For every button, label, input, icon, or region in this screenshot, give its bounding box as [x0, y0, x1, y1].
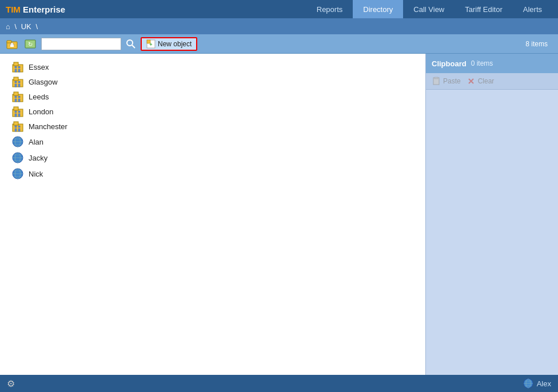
content-area: Essex Glasgow Leeds — [0, 54, 425, 375]
home-icon[interactable]: ⌂ — [6, 22, 10, 31]
svg-rect-34 — [18, 114, 20, 117]
folder-up-button[interactable] — [5, 37, 19, 51]
tab-reports[interactable]: Reports — [306, 0, 353, 18]
clear-icon — [467, 77, 476, 86]
tab-callview[interactable]: Call View — [403, 0, 455, 18]
svg-rect-36 — [14, 122, 18, 125]
nav-tabs: Reports Directory Call View Tariff Edito… — [306, 0, 552, 18]
clipboard-actions: Paste Clear — [426, 73, 558, 90]
clipboard-header: Clipboard 0 items — [426, 54, 558, 73]
tab-directory[interactable]: Directory — [353, 0, 403, 18]
svg-rect-20 — [18, 81, 20, 83]
item-count: 8 items — [525, 40, 553, 48]
svg-rect-1 — [7, 41, 11, 43]
list-item[interactable]: Manchester — [9, 119, 416, 134]
svg-rect-31 — [15, 111, 17, 113]
user-globe-icon — [523, 378, 533, 389]
logo-enterprise: Enterprise — [21, 5, 65, 14]
globe-icon — [11, 135, 24, 148]
svg-rect-12 — [14, 62, 18, 66]
svg-rect-27 — [15, 99, 17, 102]
svg-text:↻: ↻ — [28, 41, 33, 47]
building-icon — [11, 106, 24, 117]
svg-rect-16 — [18, 69, 20, 72]
svg-rect-3 — [10, 45, 14, 47]
building-icon — [11, 76, 24, 87]
new-object-icon: + — [146, 39, 156, 49]
svg-rect-19 — [15, 81, 17, 83]
svg-rect-40 — [18, 129, 20, 131]
toolbar: ↻ + New object 8 items — [0, 34, 558, 54]
app-logo: TIM Enterprise — [6, 5, 65, 14]
svg-rect-32 — [18, 111, 20, 113]
clear-button[interactable]: Clear — [467, 77, 495, 86]
svg-line-7 — [132, 45, 135, 48]
list-item[interactable]: Alan — [9, 134, 416, 150]
svg-rect-22 — [18, 84, 20, 87]
building-icon — [11, 121, 24, 132]
paste-icon — [432, 77, 441, 86]
paste-button[interactable]: Paste — [432, 77, 461, 86]
main-area: Essex Glasgow Leeds — [0, 54, 558, 375]
breadcrumb-uk[interactable]: UK — [21, 22, 31, 31]
svg-rect-25 — [15, 96, 17, 98]
list-item[interactable]: Nick — [9, 166, 416, 182]
user-name: Alex — [537, 379, 551, 388]
search-input[interactable] — [41, 38, 121, 50]
search-button[interactable] — [125, 38, 137, 50]
svg-rect-14 — [18, 66, 20, 68]
user-info: Alex — [523, 378, 551, 389]
svg-rect-30 — [14, 107, 18, 110]
refresh-button[interactable]: ↻ — [23, 37, 38, 51]
building-icon — [11, 91, 24, 102]
new-object-button[interactable]: + New object — [141, 37, 197, 51]
svg-rect-38 — [18, 126, 20, 127]
list-item[interactable]: Jacky — [9, 150, 416, 166]
tab-alerts[interactable]: Alerts — [513, 0, 552, 18]
svg-rect-28 — [18, 99, 20, 102]
clipboard-count: 0 items — [471, 59, 493, 67]
svg-rect-13 — [15, 66, 17, 68]
svg-point-6 — [127, 40, 133, 46]
svg-rect-57 — [435, 77, 438, 79]
breadcrumb-sep2: \ — [34, 22, 38, 31]
list-item[interactable]: Glasgow — [9, 74, 416, 89]
building-icon — [11, 61, 24, 73]
list-item[interactable]: Leeds — [9, 89, 416, 104]
globe-icon — [11, 151, 24, 164]
list-item[interactable]: London — [9, 104, 416, 119]
list-item[interactable]: Essex — [9, 59, 416, 74]
tab-tariffeditor[interactable]: Tariff Editor — [455, 0, 513, 18]
clipboard-panel: Clipboard 0 items Paste Clear — [425, 54, 558, 375]
svg-rect-26 — [18, 96, 20, 98]
status-bar: ⚙ Alex — [0, 375, 558, 392]
svg-rect-18 — [14, 77, 18, 81]
breadcrumb: ⌂ \ UK \ — [0, 18, 558, 34]
svg-rect-15 — [15, 69, 17, 72]
clipboard-title: Clipboard — [432, 59, 467, 68]
globe-icon — [11, 167, 24, 180]
logo-tim: TIM — [6, 5, 21, 14]
svg-rect-33 — [15, 114, 17, 117]
breadcrumb-sep1: \ — [13, 22, 19, 31]
settings-button[interactable]: ⚙ — [7, 378, 15, 389]
top-navigation: TIM Enterprise Reports Directory Call Vi… — [0, 0, 558, 18]
svg-rect-24 — [14, 92, 18, 95]
svg-rect-21 — [15, 84, 17, 87]
svg-text:+: + — [149, 42, 152, 47]
svg-rect-37 — [15, 126, 17, 127]
svg-rect-39 — [15, 129, 17, 131]
